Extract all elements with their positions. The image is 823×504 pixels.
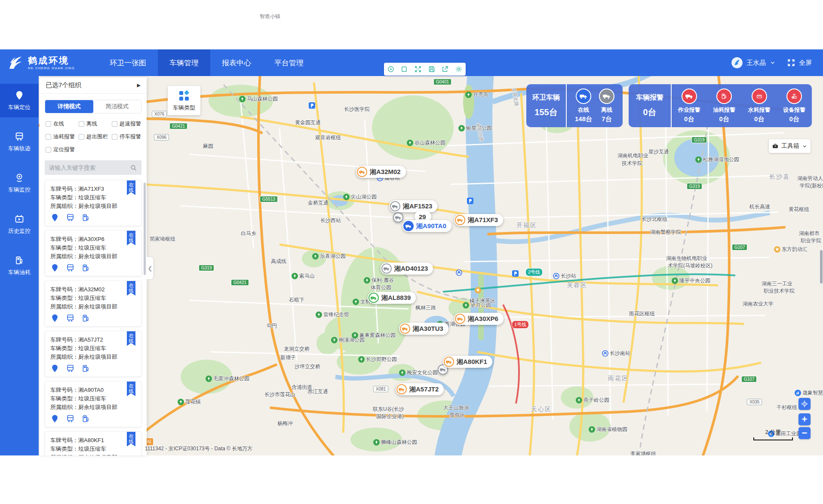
filter-离线[interactable]: 离线 bbox=[79, 120, 112, 128]
toolbox-button[interactable]: 工具箱 bbox=[769, 139, 811, 153]
tab-detail-mode[interactable]: 详情模式 bbox=[45, 100, 93, 113]
filter-超速报警[interactable]: 超速报警 bbox=[112, 120, 147, 128]
map-tool-frame-icon[interactable] bbox=[400, 65, 408, 73]
sidebar-item-车辆轨迹[interactable]: 车辆轨迹 bbox=[0, 125, 39, 159]
marker-truck-icon bbox=[400, 324, 410, 334]
zoom-in-button[interactable]: + bbox=[798, 413, 811, 425]
map-label-text: 勾円 bbox=[267, 322, 277, 330]
vehicle-marker-湘AL8839[interactable]: 湘AL8839 bbox=[368, 292, 416, 304]
park-icon bbox=[343, 194, 350, 200]
sidebar-item-历史监控[interactable]: 历史监控 bbox=[0, 208, 39, 241]
geolocate-button[interactable] bbox=[798, 398, 811, 410]
search-icon[interactable] bbox=[130, 164, 137, 171]
vehicle-marker-湘A30TU3[interactable]: 湘A30TU3 bbox=[399, 323, 448, 335]
chevron-down-icon[interactable] bbox=[770, 60, 776, 66]
vehicle-card[interactable]: 车牌号码：湘A30XP6车辆类型：垃圾压缩车所属组织：厨余垃圾项目部在线 bbox=[45, 230, 141, 276]
search-input[interactable] bbox=[49, 165, 130, 171]
user-name[interactable]: 王水晶 bbox=[746, 59, 766, 67]
map-label-text: 湖南农业大学 bbox=[743, 300, 774, 308]
park-icon bbox=[292, 273, 298, 279]
map-label-text: 体育公园 bbox=[371, 284, 391, 291]
panel-collapse-handle[interactable]: ❮ bbox=[147, 257, 154, 279]
map-canvas[interactable]: 乌山森林公园长沙医学院黄金园互通月亮岛银星湾公园观音岩枢纽谷山森林公园麻园麓谷站… bbox=[39, 76, 823, 455]
map-label: 天心区 bbox=[531, 406, 552, 413]
sidebar-item-车辆监控[interactable]: 车辆监控 bbox=[0, 166, 39, 200]
organization-selector[interactable]: 已选7个组织 ▶ bbox=[40, 77, 147, 94]
marker-plate: 湘A90TA0 bbox=[416, 222, 446, 230]
filter-油耗报警[interactable]: 油耗报警 bbox=[46, 133, 79, 141]
panel-scrollbar[interactable] bbox=[144, 183, 146, 275]
tab-simple-mode[interactable]: 简洁模式 bbox=[93, 100, 141, 113]
filter-超出围栏[interactable]: 超出围栏 bbox=[79, 133, 112, 141]
sidebar-item-车辆定位[interactable]: 车辆定位 bbox=[0, 84, 39, 117]
offline-truck-icon bbox=[599, 89, 614, 104]
device-alarm-icon bbox=[786, 89, 802, 104]
map-label: 智造小镇 bbox=[260, 13, 280, 20]
map-label-text: 晚安文化公园 bbox=[407, 369, 438, 376]
vehicle-marker-湘A32M02[interactable]: 湘A32M02 bbox=[356, 166, 406, 178]
zoom-out-button[interactable]: − bbox=[798, 427, 811, 439]
checkbox-icon[interactable] bbox=[46, 121, 51, 127]
map-label-text: 东方韵动汇 bbox=[782, 246, 808, 253]
map-tool-settings-icon[interactable] bbox=[455, 65, 463, 73]
locate-pin-icon bbox=[50, 263, 59, 272]
map-label: 晟象智慧物流园 bbox=[795, 389, 823, 397]
map-label-text: 莲花镇 bbox=[185, 398, 201, 406]
vehicle-card[interactable]: 车牌号码：湘A80KF1车辆类型：垃圾压缩车所属组织：厨余垃圾项目部在线 bbox=[45, 431, 141, 455]
vehicle-marker-湘A80KF1[interactable]: 湘A80KF1 bbox=[443, 356, 492, 368]
filter-在线[interactable]: 在线 bbox=[46, 120, 79, 128]
user-avatar[interactable] bbox=[731, 57, 743, 68]
vehicle-marker[interactable] bbox=[392, 211, 404, 223]
vehicle-marker-湘A57JT2[interactable]: 湘A57JT2 bbox=[396, 383, 444, 395]
arrow-right-icon: ▶ bbox=[137, 82, 141, 88]
track-bus-icon bbox=[66, 414, 75, 423]
checkbox-icon[interactable] bbox=[46, 134, 51, 140]
road-badge: X035 bbox=[747, 399, 762, 405]
map-label-text: 毛栗冲森林公园 bbox=[213, 375, 249, 382]
vehicle-card[interactable]: 车牌号码：湘A90TA0车辆类型：垃圾压缩车所属组织：厨余垃圾项目部在线 bbox=[45, 381, 141, 427]
fullscreen-icon[interactable] bbox=[787, 59, 795, 67]
organization-label: 已选7个组织 bbox=[46, 81, 81, 89]
checkbox-icon[interactable] bbox=[46, 147, 51, 153]
map-tool-expand-icon[interactable] bbox=[414, 65, 422, 73]
road-badge: G0421 bbox=[231, 279, 249, 286]
map-tool-measure-icon[interactable] bbox=[387, 65, 395, 73]
page-scrollbar[interactable] bbox=[820, 250, 823, 284]
map-label-text: 长沙县 bbox=[769, 173, 790, 181]
map-label-text: 雨花区枢纽 bbox=[629, 310, 655, 318]
filter-定位报警[interactable]: 定位报警 bbox=[46, 146, 79, 153]
vehicle-marker-湘AF1523[interactable]: 湘AF1523 bbox=[389, 200, 437, 212]
map-label-text: 枫林三路 bbox=[415, 304, 436, 312]
vehicle-card[interactable]: 车牌号码：湘A71XF3车辆类型：垃圾压缩车所属组织：厨余垃圾项目部在线 bbox=[45, 180, 141, 226]
map-label-text: 月亮岛 bbox=[473, 91, 488, 98]
vehicle-card[interactable]: 车牌号码：湘A57JT2车辆类型：垃圾压缩车所属组织：厨余垃圾项目部在线 bbox=[45, 331, 141, 377]
vehicle-marker-湘A30XP6[interactable]: 湘A30XP6 bbox=[454, 313, 504, 325]
filter-停车报警[interactable]: 停车报警 bbox=[112, 133, 147, 141]
map-label: 芙蓉区 bbox=[567, 281, 587, 289]
map-copyright: 1111342 - 京ICP证030173号 - Data © 长地万方 bbox=[145, 445, 252, 452]
map-label: 保利·麓谷 bbox=[364, 277, 394, 284]
map-label: 晚安文化公园 bbox=[399, 369, 438, 376]
checkbox-icon[interactable] bbox=[79, 134, 84, 140]
map-label: 开福区 bbox=[516, 222, 537, 229]
marker-truck-icon bbox=[357, 167, 367, 177]
nav-item-4[interactable]: 平台管理 bbox=[263, 49, 315, 76]
vehicle-type-button[interactable]: 车辆类型 bbox=[168, 86, 200, 115]
map-tool-export-icon[interactable] bbox=[441, 65, 449, 73]
nav-item-2[interactable]: 车辆管理 bbox=[158, 49, 210, 76]
vehicle-marker-湘A71XF3[interactable]: 湘A71XF3 bbox=[454, 214, 503, 226]
vehicle-marker-湘AD40123[interactable]: 湘AD40123 bbox=[381, 263, 433, 275]
checkbox-icon[interactable] bbox=[79, 121, 84, 127]
fleet-stats-panel: 环卫车辆 155台 在线 148台 离线 7台 bbox=[526, 84, 623, 127]
fullscreen-label[interactable]: 全屏 bbox=[799, 59, 812, 67]
nav-item-1[interactable]: 环卫一张图 bbox=[98, 49, 158, 76]
search-box[interactable] bbox=[45, 160, 141, 175]
vehicle-marker-湘A90TA0[interactable]: 湘A90TA0 bbox=[402, 220, 451, 232]
vehicle-card[interactable]: 车牌号码：湘A32M02车辆类型：垃圾压缩车所属组织：厨余垃圾项目部在线 bbox=[45, 281, 141, 327]
sidebar-item-车辆油耗[interactable]: 车辆油耗 bbox=[0, 249, 39, 282]
checkbox-icon[interactable] bbox=[112, 121, 117, 127]
map-label: 石暗下 bbox=[289, 296, 304, 304]
nav-item-3[interactable]: 报表中心 bbox=[210, 49, 263, 76]
checkbox-icon[interactable] bbox=[112, 134, 117, 140]
map-tool-save-icon[interactable] bbox=[428, 65, 436, 73]
